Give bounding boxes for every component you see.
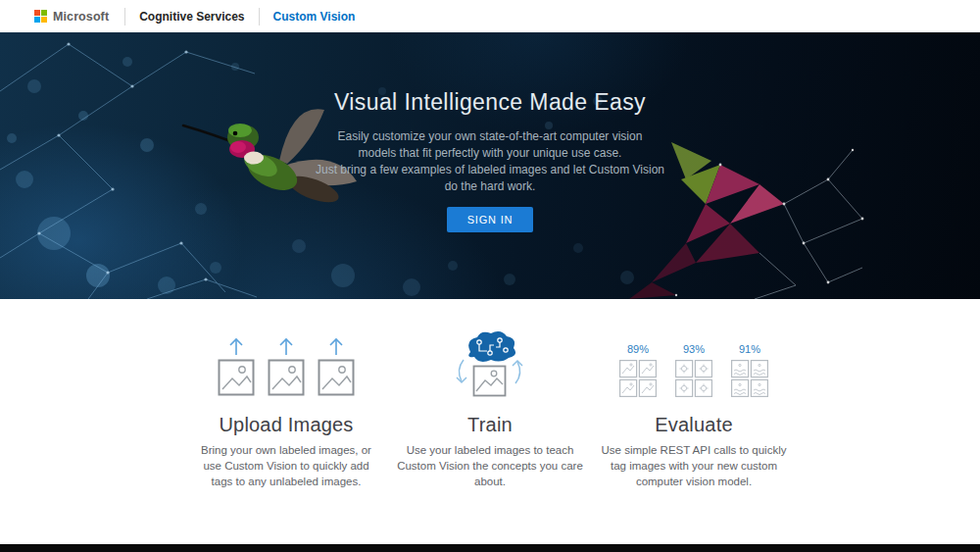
evaluate-group-waves: 91% [731, 343, 768, 397]
evaluate-group-suns: 93% [675, 343, 712, 397]
feature-description-upload: Bring your own labeled images, or use Cu… [192, 442, 380, 489]
hero-subtitle-line: models that fit perfectly with your uniq… [0, 145, 980, 162]
feature-description-evaluate: Use simple REST API calls to quickly tag… [600, 442, 788, 489]
image-upload-icon [318, 336, 355, 397]
evaluate-group-mountains: 89% [619, 343, 657, 397]
footer-bar [0, 544, 980, 552]
nav-item-cognitive-services[interactable]: Cognitive Services [125, 10, 258, 24]
feature-title-upload: Upload Images [189, 414, 383, 435]
thumbnail-grid-icon [731, 360, 768, 397]
feature-title-evaluate: Evaluate [597, 414, 791, 435]
image-upload-icon [268, 336, 305, 397]
hero-subtitle-line: Easily customize your own state-of-the-a… [0, 128, 980, 145]
feature-evaluate: 89% [597, 328, 791, 489]
hero-subtitle-line: Just bring a few examples of labeled ima… [0, 162, 980, 178]
image-upload-icon [218, 336, 255, 397]
hero-content: Visual Intelligence Made Easy Easily cus… [0, 32, 980, 232]
feature-train: Train Use your labeled images to teach C… [393, 328, 587, 489]
sign-in-button[interactable]: SIGN IN [447, 207, 534, 232]
hero-subtitle-line: do the hard work. [0, 178, 980, 195]
evaluate-icon: 89% [619, 343, 768, 397]
accuracy-percentage: 89% [627, 343, 649, 355]
hero-section: Visual Intelligence Made Easy Easily cus… [0, 32, 980, 299]
accuracy-percentage: 91% [739, 343, 760, 355]
microsoft-logo[interactable]: Microsoft [34, 10, 109, 24]
features-section: Upload Images Bring your own labeled ima… [0, 299, 980, 489]
feature-title-train: Train [393, 414, 587, 435]
nav-item-custom-vision[interactable]: Custom Vision [260, 10, 369, 24]
feature-description-train: Use your labeled images to teach Custom … [396, 442, 584, 489]
hero-title: Visual Intelligence Made Easy [0, 88, 980, 116]
feature-upload-images: Upload Images Bring your own labeled ima… [189, 328, 383, 489]
hero-subtitle: Easily customize your own state-of-the-a… [0, 128, 980, 195]
train-brain-icon [431, 328, 549, 397]
top-navbar: Microsoft Cognitive Services Custom Visi… [0, 0, 980, 32]
microsoft-logo-icon [34, 10, 47, 23]
custom-vision-landing-page: Microsoft Cognitive Services Custom Visi… [0, 0, 980, 552]
thumbnail-grid-icon [675, 360, 712, 397]
microsoft-brand-label: Microsoft [53, 10, 109, 24]
thumbnail-grid-icon [619, 360, 657, 397]
upload-images-icon [218, 336, 355, 397]
accuracy-percentage: 93% [683, 343, 705, 355]
